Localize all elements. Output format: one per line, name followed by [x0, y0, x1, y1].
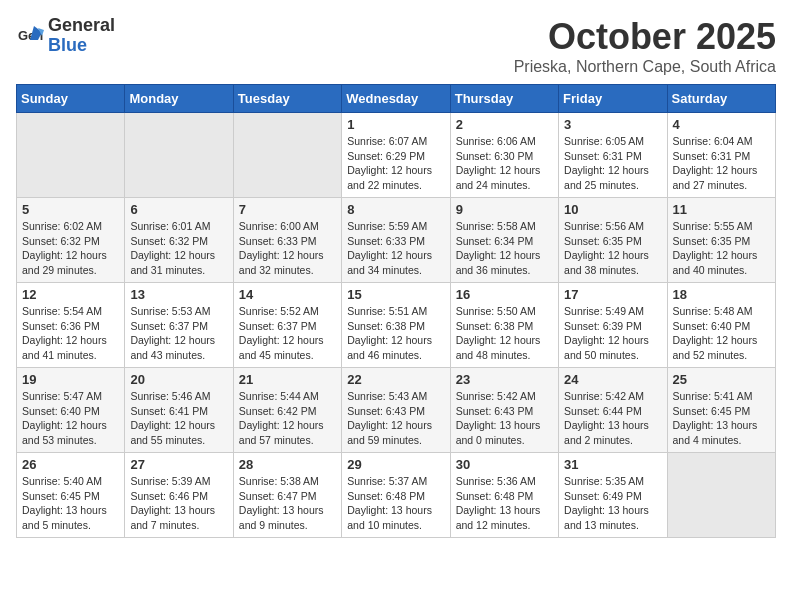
day-info: Sunrise: 6:04 AM Sunset: 6:31 PM Dayligh… [673, 134, 770, 193]
calendar-header-wednesday: Wednesday [342, 85, 450, 113]
day-info: Sunrise: 5:55 AM Sunset: 6:35 PM Dayligh… [673, 219, 770, 278]
day-number: 10 [564, 202, 661, 217]
calendar-cell [17, 113, 125, 198]
calendar-header-tuesday: Tuesday [233, 85, 341, 113]
day-number: 25 [673, 372, 770, 387]
day-number: 5 [22, 202, 119, 217]
day-info: Sunrise: 6:01 AM Sunset: 6:32 PM Dayligh… [130, 219, 227, 278]
day-number: 8 [347, 202, 444, 217]
day-info: Sunrise: 5:38 AM Sunset: 6:47 PM Dayligh… [239, 474, 336, 533]
day-info: Sunrise: 5:52 AM Sunset: 6:37 PM Dayligh… [239, 304, 336, 363]
day-info: Sunrise: 5:48 AM Sunset: 6:40 PM Dayligh… [673, 304, 770, 363]
day-number: 7 [239, 202, 336, 217]
day-info: Sunrise: 5:50 AM Sunset: 6:38 PM Dayligh… [456, 304, 553, 363]
calendar-cell: 28Sunrise: 5:38 AM Sunset: 6:47 PM Dayli… [233, 453, 341, 538]
day-info: Sunrise: 5:42 AM Sunset: 6:43 PM Dayligh… [456, 389, 553, 448]
calendar-cell: 20Sunrise: 5:46 AM Sunset: 6:41 PM Dayli… [125, 368, 233, 453]
day-number: 30 [456, 457, 553, 472]
day-number: 16 [456, 287, 553, 302]
calendar-cell: 17Sunrise: 5:49 AM Sunset: 6:39 PM Dayli… [559, 283, 667, 368]
logo-general: General [48, 16, 115, 36]
day-info: Sunrise: 6:05 AM Sunset: 6:31 PM Dayligh… [564, 134, 661, 193]
logo: Gen General Blue [16, 16, 115, 56]
day-number: 1 [347, 117, 444, 132]
calendar-header-row: SundayMondayTuesdayWednesdayThursdayFrid… [17, 85, 776, 113]
calendar-cell: 9Sunrise: 5:58 AM Sunset: 6:34 PM Daylig… [450, 198, 558, 283]
day-info: Sunrise: 5:59 AM Sunset: 6:33 PM Dayligh… [347, 219, 444, 278]
day-number: 31 [564, 457, 661, 472]
day-number: 12 [22, 287, 119, 302]
day-info: Sunrise: 5:58 AM Sunset: 6:34 PM Dayligh… [456, 219, 553, 278]
calendar-cell: 8Sunrise: 5:59 AM Sunset: 6:33 PM Daylig… [342, 198, 450, 283]
calendar-cell: 26Sunrise: 5:40 AM Sunset: 6:45 PM Dayli… [17, 453, 125, 538]
day-number: 13 [130, 287, 227, 302]
day-number: 21 [239, 372, 336, 387]
day-info: Sunrise: 5:56 AM Sunset: 6:35 PM Dayligh… [564, 219, 661, 278]
logo-icon: Gen [16, 22, 44, 50]
day-number: 26 [22, 457, 119, 472]
calendar-header-sunday: Sunday [17, 85, 125, 113]
calendar-header-friday: Friday [559, 85, 667, 113]
calendar-header-saturday: Saturday [667, 85, 775, 113]
day-info: Sunrise: 6:07 AM Sunset: 6:29 PM Dayligh… [347, 134, 444, 193]
day-number: 24 [564, 372, 661, 387]
calendar-header-monday: Monday [125, 85, 233, 113]
calendar-cell: 13Sunrise: 5:53 AM Sunset: 6:37 PM Dayli… [125, 283, 233, 368]
day-number: 9 [456, 202, 553, 217]
calendar-cell: 15Sunrise: 5:51 AM Sunset: 6:38 PM Dayli… [342, 283, 450, 368]
day-info: Sunrise: 5:44 AM Sunset: 6:42 PM Dayligh… [239, 389, 336, 448]
calendar-cell: 31Sunrise: 5:35 AM Sunset: 6:49 PM Dayli… [559, 453, 667, 538]
day-number: 20 [130, 372, 227, 387]
calendar-week-row: 5Sunrise: 6:02 AM Sunset: 6:32 PM Daylig… [17, 198, 776, 283]
calendar-cell: 3Sunrise: 6:05 AM Sunset: 6:31 PM Daylig… [559, 113, 667, 198]
calendar-cell: 11Sunrise: 5:55 AM Sunset: 6:35 PM Dayli… [667, 198, 775, 283]
day-info: Sunrise: 5:39 AM Sunset: 6:46 PM Dayligh… [130, 474, 227, 533]
calendar-cell: 6Sunrise: 6:01 AM Sunset: 6:32 PM Daylig… [125, 198, 233, 283]
calendar-cell: 12Sunrise: 5:54 AM Sunset: 6:36 PM Dayli… [17, 283, 125, 368]
day-number: 14 [239, 287, 336, 302]
calendar-cell: 5Sunrise: 6:02 AM Sunset: 6:32 PM Daylig… [17, 198, 125, 283]
day-info: Sunrise: 6:06 AM Sunset: 6:30 PM Dayligh… [456, 134, 553, 193]
calendar-header-thursday: Thursday [450, 85, 558, 113]
day-info: Sunrise: 5:46 AM Sunset: 6:41 PM Dayligh… [130, 389, 227, 448]
calendar-cell: 18Sunrise: 5:48 AM Sunset: 6:40 PM Dayli… [667, 283, 775, 368]
calendar-cell: 16Sunrise: 5:50 AM Sunset: 6:38 PM Dayli… [450, 283, 558, 368]
day-info: Sunrise: 5:40 AM Sunset: 6:45 PM Dayligh… [22, 474, 119, 533]
calendar-cell: 24Sunrise: 5:42 AM Sunset: 6:44 PM Dayli… [559, 368, 667, 453]
day-number: 4 [673, 117, 770, 132]
day-number: 27 [130, 457, 227, 472]
day-info: Sunrise: 5:36 AM Sunset: 6:48 PM Dayligh… [456, 474, 553, 533]
location-title: Prieska, Northern Cape, South Africa [514, 58, 776, 76]
day-number: 29 [347, 457, 444, 472]
calendar-table: SundayMondayTuesdayWednesdayThursdayFrid… [16, 84, 776, 538]
calendar-week-row: 1Sunrise: 6:07 AM Sunset: 6:29 PM Daylig… [17, 113, 776, 198]
calendar-week-row: 26Sunrise: 5:40 AM Sunset: 6:45 PM Dayli… [17, 453, 776, 538]
calendar-cell: 19Sunrise: 5:47 AM Sunset: 6:40 PM Dayli… [17, 368, 125, 453]
day-number: 28 [239, 457, 336, 472]
calendar-cell: 14Sunrise: 5:52 AM Sunset: 6:37 PM Dayli… [233, 283, 341, 368]
day-number: 18 [673, 287, 770, 302]
day-number: 22 [347, 372, 444, 387]
logo-blue: Blue [48, 36, 115, 56]
calendar-cell: 1Sunrise: 6:07 AM Sunset: 6:29 PM Daylig… [342, 113, 450, 198]
day-info: Sunrise: 5:49 AM Sunset: 6:39 PM Dayligh… [564, 304, 661, 363]
calendar-week-row: 19Sunrise: 5:47 AM Sunset: 6:40 PM Dayli… [17, 368, 776, 453]
calendar-cell: 23Sunrise: 5:42 AM Sunset: 6:43 PM Dayli… [450, 368, 558, 453]
day-info: Sunrise: 5:35 AM Sunset: 6:49 PM Dayligh… [564, 474, 661, 533]
day-number: 23 [456, 372, 553, 387]
day-number: 11 [673, 202, 770, 217]
calendar-cell: 21Sunrise: 5:44 AM Sunset: 6:42 PM Dayli… [233, 368, 341, 453]
calendar-week-row: 12Sunrise: 5:54 AM Sunset: 6:36 PM Dayli… [17, 283, 776, 368]
day-info: Sunrise: 6:00 AM Sunset: 6:33 PM Dayligh… [239, 219, 336, 278]
day-number: 17 [564, 287, 661, 302]
calendar-cell: 22Sunrise: 5:43 AM Sunset: 6:43 PM Dayli… [342, 368, 450, 453]
calendar-cell [125, 113, 233, 198]
day-info: Sunrise: 5:51 AM Sunset: 6:38 PM Dayligh… [347, 304, 444, 363]
month-title: October 2025 [514, 16, 776, 58]
calendar-cell: 7Sunrise: 6:00 AM Sunset: 6:33 PM Daylig… [233, 198, 341, 283]
day-info: Sunrise: 6:02 AM Sunset: 6:32 PM Dayligh… [22, 219, 119, 278]
day-info: Sunrise: 5:54 AM Sunset: 6:36 PM Dayligh… [22, 304, 119, 363]
day-number: 19 [22, 372, 119, 387]
title-block: October 2025 Prieska, Northern Cape, Sou… [514, 16, 776, 76]
calendar-cell: 29Sunrise: 5:37 AM Sunset: 6:48 PM Dayli… [342, 453, 450, 538]
